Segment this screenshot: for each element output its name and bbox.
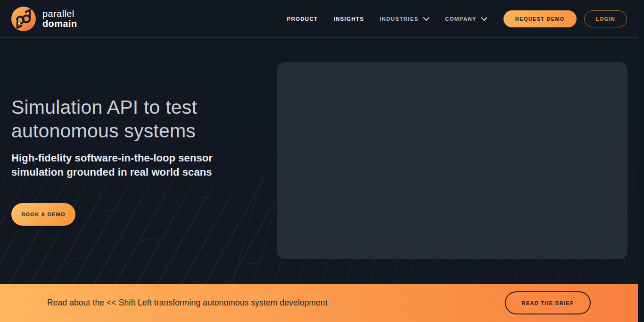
hero-subtitle-line-2: simulation grounded in real world scans [11,165,213,179]
nav-item-product[interactable]: PRODUCT [287,16,318,22]
landing-page: parallel domain PRODUCT INSIGHTS INDUSTR… [0,0,644,322]
book-a-demo-button[interactable]: BOOK A DEMO [11,203,75,226]
nav-item-insights-label: INSIGHTS [333,16,364,22]
hero-title-line-1: Simulation API to test [11,95,197,119]
brand-logo-link[interactable]: parallel domain [11,7,77,31]
nav-item-industries[interactable]: INDUSTRIES [380,16,429,22]
announcement-text: Read about the << Shift Left transformin… [47,298,328,308]
request-demo-button[interactable]: REQUEST DEMO [504,10,577,27]
hero-title: Simulation API to test autonomous system… [11,95,197,143]
main-nav: PRODUCT INSIGHTS INDUSTRIES COMPANY [287,16,487,22]
brand-word-parallel: parallel [42,9,77,19]
login-button[interactable]: LOGIN [584,10,627,27]
nav-item-insights[interactable]: INSIGHTS [333,16,364,22]
header: parallel domain PRODUCT INSIGHTS INDUSTR… [0,0,638,38]
hero-video-placeholder [277,62,627,259]
announcement-banner: Read about the << Shift Left transformin… [0,284,644,322]
brand-wordmark: parallel domain [42,9,77,29]
brand-word-domain: domain [42,19,77,29]
nav-item-industries-label: INDUSTRIES [380,16,419,22]
parallel-domain-logo-icon [11,7,36,31]
scrollbar-track[interactable] [638,0,644,322]
hero-subtitle-line-1: High-fidelity software-in-the-loop senso… [11,151,213,165]
nav-item-company-label: COMPANY [445,16,477,22]
read-the-brief-button[interactable]: READ THE BRIEF [505,291,591,314]
chevron-down-icon [481,17,487,21]
chevron-down-icon [423,17,429,21]
hero-subtitle: High-fidelity software-in-the-loop senso… [11,151,213,179]
nav-item-product-label: PRODUCT [287,16,318,22]
nav-item-company[interactable]: COMPANY [445,16,487,22]
hero-title-line-2: autonomous systems [11,119,197,143]
